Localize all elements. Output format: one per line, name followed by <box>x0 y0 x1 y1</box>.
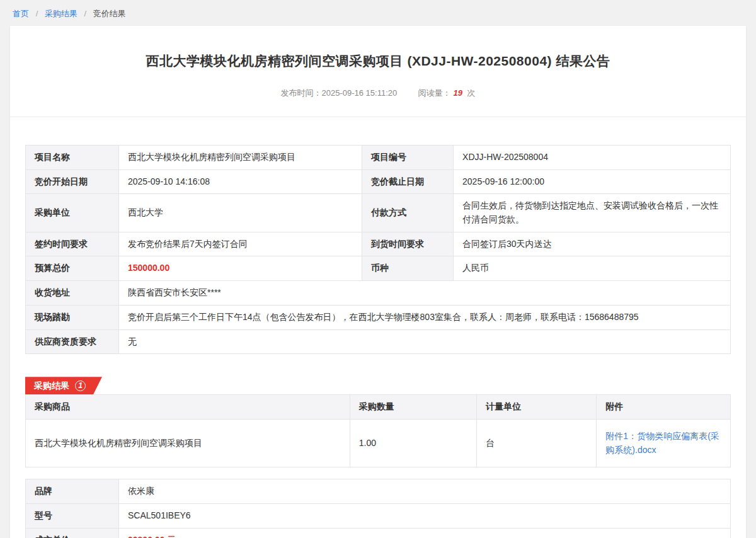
result-product: 西北大学模块化机房精密列间空调采购项目 <box>26 419 350 467</box>
project-info-table: 项目名称 西北大学模块化机房精密列间空调采购项目 项目编号 XDJJ-HW-20… <box>25 145 731 354</box>
info-value: 无 <box>119 329 731 354</box>
info-value: 合同生效后，待货物到达指定地点、安装调试验收合格后，一次性付清合同货款。 <box>454 194 731 232</box>
info-label: 到货时间要求 <box>362 232 454 256</box>
result-attachment-cell: 附件1：货物类响应偏离表(采购系统).docx <box>597 419 731 467</box>
info-label: 币种 <box>362 256 454 281</box>
attachment-link[interactable]: 附件1：货物类响应偏离表(采购系统).docx <box>605 431 719 455</box>
breadcrumb: 首页 / 采购结果 / 竞价结果 <box>0 0 756 26</box>
breadcrumb-procurement-results-link[interactable]: 采购结果 <box>45 9 77 18</box>
breadcrumb-current: 竞价结果 <box>93 9 126 18</box>
info-row-signing-delivery: 签约时间要求 发布竞价结果后7天内签订合同 到货时间要求 合同签订后30天内送达 <box>26 232 731 256</box>
info-row-budget-currency: 预算总价 150000.00 币种 人民币 <box>26 256 731 281</box>
detail-label: 品牌 <box>26 479 119 504</box>
info-label: 签约时间要求 <box>26 232 119 256</box>
final-price-value: 99800.00 元 <box>119 528 731 538</box>
detail-row-brand: 品牌 依米康 <box>26 479 731 504</box>
result-header-quantity: 采购数量 <box>350 395 476 420</box>
views-count: 19 <box>453 88 462 98</box>
announcement-meta: 发布时间：2025-09-16 15:11:20 阅读量：19 次 <box>25 88 731 99</box>
info-value: XDJJ-HW-202508004 <box>454 146 731 170</box>
result-header-row: 采购商品 采购数量 计量单位 附件 <box>26 395 731 420</box>
info-row-delivery-address: 收货地址 陕西省西安市长安区**** <box>26 281 731 306</box>
breadcrumb-separator: / <box>36 9 38 18</box>
result-quantity: 1.00 <box>350 419 476 467</box>
info-value: 西北大学模块化机房精密列间空调采购项目 <box>119 146 362 170</box>
info-row-supplier-qualification: 供应商资质要求 无 <box>26 329 731 354</box>
info-value: 人民币 <box>454 256 731 281</box>
info-row-bid-dates: 竞价开始日期 2025-09-10 14:16:08 竞价截止日期 2025-0… <box>26 169 731 194</box>
publish-time-value: 2025-09-16 15:11:20 <box>321 88 397 98</box>
result-detail-table: 品牌 依米康 型号 SCAL501IBEY6 成交总价 99800.00 元 成… <box>25 479 731 538</box>
budget-total-value: 150000.00 <box>119 256 362 281</box>
detail-label: 成交总价 <box>26 528 119 538</box>
result-unit: 台 <box>477 419 597 467</box>
info-label: 项目名称 <box>26 146 119 170</box>
info-row-purchaser-payment: 采购单位 西北大学 付款方式 合同生效后，待货物到达指定地点、安装调试验收合格后… <box>26 194 731 232</box>
views-unit: 次 <box>467 88 476 98</box>
info-label: 竞价开始日期 <box>26 169 119 194</box>
result-count-badge: 1 <box>75 381 86 391</box>
detail-label: 型号 <box>26 503 119 528</box>
info-label: 项目编号 <box>362 146 454 170</box>
result-header-attachment: 附件 <box>597 395 731 420</box>
ribbon-label: 采购结果 <box>34 380 69 391</box>
result-header-product: 采购商品 <box>26 395 350 420</box>
info-value: 发布竞价结果后7天内签订合同 <box>119 232 362 256</box>
breadcrumb-separator: / <box>84 9 87 18</box>
views-label: 阅读量： <box>418 88 450 98</box>
info-value: 2025-09-16 12:00:00 <box>454 169 731 194</box>
procurement-result-ribbon: 采购结果 1 <box>25 377 102 394</box>
result-table: 采购商品 采购数量 计量单位 附件 西北大学模块化机房精密列间空调采购项目 1.… <box>25 394 731 467</box>
detail-value: SCAL501IBEY6 <box>119 503 731 528</box>
info-label: 预算总价 <box>26 256 119 281</box>
result-section-header: 采购结果 1 <box>25 377 731 394</box>
info-value: 竞价开启后第三个工作日下午14点（包含公告发布日），在西北大学物理楼803室集合… <box>119 305 731 329</box>
divider <box>10 117 746 117</box>
info-row-site-visit: 现场踏勘 竞价开启后第三个工作日下午14点（包含公告发布日），在西北大学物理楼8… <box>26 305 731 329</box>
info-value: 陕西省西安市长安区**** <box>119 281 731 306</box>
announcement-card: 西北大学模块化机房精密列间空调采购项目 (XDJJ-HW-202508004) … <box>10 26 746 538</box>
detail-row-final-price: 成交总价 99800.00 元 <box>26 528 731 538</box>
detail-value: 依米康 <box>119 479 731 504</box>
result-header-unit: 计量单位 <box>477 395 597 420</box>
publish-time-label: 发布时间： <box>280 88 321 98</box>
info-label: 供应商资质要求 <box>26 329 119 354</box>
info-row-project-name: 项目名称 西北大学模块化机房精密列间空调采购项目 项目编号 XDJJ-HW-20… <box>26 146 731 170</box>
info-label: 采购单位 <box>26 194 119 232</box>
result-row: 西北大学模块化机房精密列间空调采购项目 1.00 台 附件1：货物类响应偏离表(… <box>26 419 731 467</box>
breadcrumb-home-link[interactable]: 首页 <box>13 9 29 18</box>
info-label: 竞价截止日期 <box>362 169 454 194</box>
info-value: 西北大学 <box>119 194 362 232</box>
detail-row-model: 型号 SCAL501IBEY6 <box>26 503 731 528</box>
info-label: 现场踏勘 <box>26 305 119 329</box>
info-label: 付款方式 <box>362 194 454 232</box>
info-label: 收货地址 <box>26 281 119 306</box>
info-value: 合同签订后30天内送达 <box>454 232 731 256</box>
info-value: 2025-09-10 14:16:08 <box>119 169 362 194</box>
page-title: 西北大学模块化机房精密列间空调采购项目 (XDJJ-HW-202508004) … <box>25 26 731 70</box>
